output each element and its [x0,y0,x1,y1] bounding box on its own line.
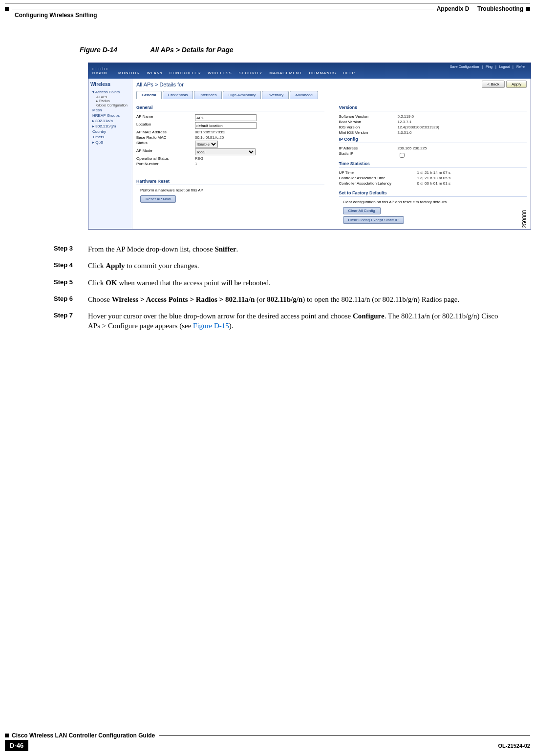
port-label: Port Number [136,162,195,166]
top-actions: Save Configuration | Ping | Logout | Ref… [448,65,527,68]
nav-commands[interactable]: COMMANDS [309,71,336,75]
image-number: 250888 [521,210,527,228]
section-hwreset: Hardware Reset [136,179,324,185]
step-6-label: Step 6 [54,294,88,304]
sidebar-qos[interactable]: ▸ QoS [92,140,130,145]
location-input[interactable] [195,122,257,129]
sidebar-80211bgn[interactable]: ▸ 802.11b/g/n [92,124,130,128]
sidebar-radios[interactable]: ▸ Radios [96,99,130,103]
refresh-link[interactable]: Refre [516,65,525,68]
chapter-label: Troubleshooting [477,5,523,12]
header-rule [12,9,434,9]
section-label: Configuring Wireless Sniffing [15,12,97,19]
step-3: Step 3 From the AP Mode drop-down list, … [54,244,503,254]
breadcrumb: All APs > Details for [136,82,184,87]
step-5-label: Step 5 [54,278,88,288]
ios-ver-label: IOS Version [339,125,398,129]
sw-ver-label: Software Version [339,114,398,119]
sidebar-mesh[interactable]: Mesh [92,108,130,112]
header-right: Appendix D Troubleshooting [437,5,523,12]
ap-name-label: AP Name [136,114,195,121]
mac-value: 00:1b:d5:9f:7d:b2 [195,130,225,134]
section-ipconfig: IP Config [339,137,527,143]
port-value: 1 [195,162,197,166]
nav-wireless[interactable]: WIRELESS [208,71,232,75]
reset-ap-button[interactable]: Reset AP Now [140,195,176,203]
apply-button[interactable]: Apply [506,81,527,88]
boot-ver-label: Boot Version [339,120,398,124]
nav-wlans[interactable]: WLANs [147,71,163,75]
status-label: Status [136,141,195,147]
header-square-right [526,7,530,11]
sidebar-country[interactable]: Country [92,129,130,134]
sidebar-timers[interactable]: Timers [92,135,130,139]
sidebar-hreap[interactable]: HREAP Groups [92,113,130,118]
step-4: Step 4 Click Apply to commit your change… [54,261,503,271]
tab-general[interactable]: General [136,91,162,99]
tab-advanced[interactable]: Advanced [290,91,318,99]
cisco-wordmark: CISCO [92,71,108,75]
section-timestats: Time Statistics [339,161,527,168]
mini-ios-label: Mini IOS Version [339,130,398,135]
sidebar-80211an[interactable]: ▸ 802.11a/n [92,119,130,123]
step-6: Step 6 Choose Wireless > Access Points >… [54,294,503,304]
sidebar: Wireless ▾ Access Points All APs ▸ Radio… [88,79,132,229]
doc-number: OL-21524-02 [498,743,530,749]
clear-config-except-static-button[interactable]: Clear Config Except Static IP [343,216,404,224]
sidebar-all-aps[interactable]: All APs [96,95,130,99]
ap-name-input[interactable] [195,114,257,121]
section-factory: Set to Factory Defaults [339,190,527,197]
location-label: Location [136,122,195,129]
boot-ver-value: 12.3.7.1 [398,120,412,124]
step-4-label: Step 4 [54,261,88,271]
tab-interfaces[interactable]: Interfaces [194,91,222,99]
main-panel: All APs > Details for < Back Apply Gener… [132,79,531,229]
appendix-label: Appendix D [437,5,470,12]
assoc-latency-label: Controller Association Latency [339,181,417,186]
back-button[interactable]: < Back [482,81,505,88]
nav-security[interactable]: SECURITY [239,71,262,75]
nav-controller[interactable]: CONTROLLER [170,71,201,75]
figure-caption: Figure D-14 All APs > Details for Page [80,46,234,54]
sidebar-access-points[interactable]: ▾ Access Points [92,90,130,94]
ip-label: IP Address [339,146,398,150]
base-radio-value: 00:1c:0f:81:fc:20 [195,135,224,140]
ios-ver-value: 12.4(20081002:031929) [398,125,439,129]
uptime-label: UP Time [339,170,417,175]
nav-help[interactable]: HELP [343,71,355,75]
status-select[interactable]: Enable [195,141,218,147]
top-nav: MONITOR WLANs CONTROLLER WIRELESS SECURI… [118,71,355,75]
base-radio-label: Base Radio MAC [136,135,195,140]
sidebar-global-config[interactable]: Global Configuration [96,104,130,107]
step-7-label: Step 7 [54,311,88,331]
tab-ha[interactable]: High Availability [223,91,261,99]
nav-monitor[interactable]: MONITOR [118,71,140,75]
ip-value: 209.165.200.225 [398,146,427,150]
tab-credentials[interactable]: Credentials [163,91,193,99]
ap-mode-label: AP Mode [136,148,195,155]
factory-text: Clear configuration on this AP and reset… [343,200,527,204]
header-square-left [5,7,9,11]
sidebar-title: Wireless [90,82,130,87]
step-5: Step 5 Click OK when warned that the acc… [54,278,503,288]
footer-rule [159,735,530,736]
nav-management[interactable]: MANAGEMENT [269,71,302,75]
mac-label: AP MAC Address [136,130,195,134]
save-config-link[interactable]: Save Configuration [450,65,479,68]
clear-all-config-button[interactable]: Clear All Config [343,207,381,214]
ap-mode-select[interactable]: local [195,148,256,155]
static-ip-checkbox[interactable] [400,153,405,158]
col-right: Versions Software Version5.2.119.0 Boot … [339,103,527,225]
section-versions: Versions [339,105,527,111]
step-7: Step 7 Hover your cursor over the blue d… [54,311,503,331]
screenshot: ıılıılıı CISCO MONITOR WLANs CONTROLLER … [88,63,531,230]
cisco-bars-icon: ıılıılıı [92,66,108,71]
hwreset-text: Perform a hardware reset on this AP [140,188,324,192]
steps: Step 3 From the AP Mode drop-down list, … [54,244,503,338]
footer-square [5,734,9,737]
figure-d15-link[interactable]: Figure D-15 [193,322,229,330]
logout-link[interactable]: Logout [499,65,510,68]
tab-inventory[interactable]: Inventory [262,91,289,99]
tabs: General Credentials Interfaces High Avai… [136,91,527,99]
ping-link[interactable]: Ping [486,65,492,68]
